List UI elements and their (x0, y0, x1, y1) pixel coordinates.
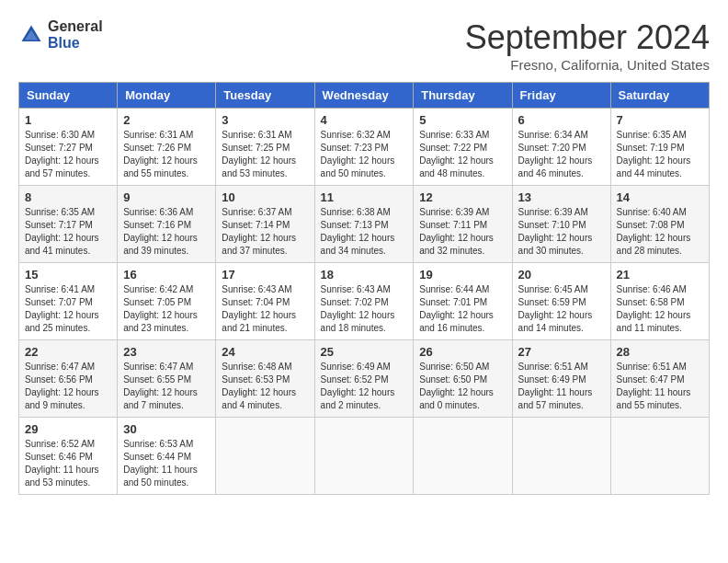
day-number: 30 (123, 422, 210, 436)
calendar-cell (314, 418, 414, 495)
calendar-cell: 4 Sunrise: 6:32 AM Sunset: 7:23 PM Dayli… (314, 109, 414, 186)
day-info: Sunrise: 6:49 AM Sunset: 6:52 PM Dayligh… (321, 361, 408, 412)
calendar-cell: 29 Sunrise: 6:52 AM Sunset: 6:46 PM Dayl… (19, 418, 118, 495)
calendar-cell: 14 Sunrise: 6:40 AM Sunset: 7:08 PM Dayl… (610, 186, 709, 263)
calendar-cell: 6 Sunrise: 6:34 AM Sunset: 7:20 PM Dayli… (512, 109, 610, 186)
day-info: Sunrise: 6:43 AM Sunset: 7:02 PM Dayligh… (321, 283, 408, 335)
day-info: Sunrise: 6:32 AM Sunset: 7:23 PM Dayligh… (321, 129, 408, 180)
day-number: 19 (419, 268, 506, 282)
calendar-cell (610, 418, 709, 495)
day-number: 26 (419, 345, 506, 359)
day-number: 14 (617, 190, 703, 204)
day-info: Sunrise: 6:42 AM Sunset: 7:05 PM Dayligh… (123, 283, 210, 335)
day-number: 17 (222, 268, 308, 282)
day-info: Sunrise: 6:44 AM Sunset: 7:01 PM Dayligh… (419, 283, 506, 335)
day-number: 18 (321, 268, 408, 282)
day-number: 15 (25, 268, 111, 282)
day-info: Sunrise: 6:47 AM Sunset: 6:56 PM Dayligh… (25, 361, 111, 412)
column-header-monday: Monday (118, 83, 216, 109)
calendar-cell (414, 418, 512, 495)
day-info: Sunrise: 6:50 AM Sunset: 6:50 PM Dayligh… (419, 361, 506, 412)
logo-icon (18, 22, 44, 48)
calendar-week-row: 8 Sunrise: 6:35 AM Sunset: 7:17 PM Dayli… (19, 186, 710, 263)
day-number: 22 (25, 345, 111, 359)
calendar-week-row: 15 Sunrise: 6:41 AM Sunset: 7:07 PM Dayl… (19, 263, 710, 340)
calendar-cell: 13 Sunrise: 6:39 AM Sunset: 7:10 PM Dayl… (512, 186, 610, 263)
day-info: Sunrise: 6:46 AM Sunset: 6:58 PM Dayligh… (617, 283, 703, 335)
calendar-cell: 25 Sunrise: 6:49 AM Sunset: 6:52 PM Dayl… (314, 340, 414, 418)
column-header-wednesday: Wednesday (314, 83, 414, 109)
calendar-week-row: 22 Sunrise: 6:47 AM Sunset: 6:56 PM Dayl… (19, 340, 710, 418)
day-number: 7 (617, 113, 703, 127)
calendar-header-row: SundayMondayTuesdayWednesdayThursdayFrid… (19, 83, 710, 109)
day-info: Sunrise: 6:52 AM Sunset: 6:46 PM Dayligh… (25, 438, 111, 489)
page-header: General Blue September 2024 Fresno, Cali… (18, 18, 710, 73)
day-number: 29 (25, 422, 111, 436)
day-number: 9 (123, 190, 210, 204)
column-header-saturday: Saturday (610, 83, 709, 109)
day-number: 25 (321, 345, 408, 359)
day-number: 23 (123, 345, 210, 359)
column-header-friday: Friday (512, 83, 610, 109)
day-info: Sunrise: 6:37 AM Sunset: 7:14 PM Dayligh… (222, 206, 308, 258)
day-info: Sunrise: 6:31 AM Sunset: 7:26 PM Dayligh… (123, 129, 210, 180)
calendar-cell: 17 Sunrise: 6:43 AM Sunset: 7:04 PM Dayl… (216, 263, 314, 340)
calendar-cell: 1 Sunrise: 6:30 AM Sunset: 7:27 PM Dayli… (19, 109, 118, 186)
day-info: Sunrise: 6:39 AM Sunset: 7:10 PM Dayligh… (518, 206, 605, 258)
calendar-cell: 7 Sunrise: 6:35 AM Sunset: 7:19 PM Dayli… (610, 109, 709, 186)
calendar-cell: 20 Sunrise: 6:45 AM Sunset: 6:59 PM Dayl… (512, 263, 610, 340)
day-info: Sunrise: 6:51 AM Sunset: 6:47 PM Dayligh… (617, 361, 703, 412)
logo-text: General Blue (48, 18, 103, 51)
day-info: Sunrise: 6:36 AM Sunset: 7:16 PM Dayligh… (123, 206, 210, 258)
day-info: Sunrise: 6:53 AM Sunset: 6:44 PM Dayligh… (123, 438, 210, 489)
logo-blue: Blue (48, 35, 103, 52)
logo-general: General (48, 18, 103, 35)
calendar-cell: 18 Sunrise: 6:43 AM Sunset: 7:02 PM Dayl… (314, 263, 414, 340)
calendar-cell: 28 Sunrise: 6:51 AM Sunset: 6:47 PM Dayl… (610, 340, 709, 418)
day-info: Sunrise: 6:33 AM Sunset: 7:22 PM Dayligh… (419, 129, 506, 180)
calendar-cell: 23 Sunrise: 6:47 AM Sunset: 6:55 PM Dayl… (118, 340, 216, 418)
day-number: 12 (419, 190, 506, 204)
calendar-cell: 9 Sunrise: 6:36 AM Sunset: 7:16 PM Dayli… (118, 186, 216, 263)
calendar-cell: 30 Sunrise: 6:53 AM Sunset: 6:44 PM Dayl… (118, 418, 216, 495)
day-number: 21 (617, 268, 703, 282)
calendar-cell: 22 Sunrise: 6:47 AM Sunset: 6:56 PM Dayl… (19, 340, 118, 418)
logo: General Blue (18, 18, 103, 51)
day-info: Sunrise: 6:31 AM Sunset: 7:25 PM Dayligh… (222, 129, 308, 180)
day-number: 27 (518, 345, 605, 359)
day-info: Sunrise: 6:47 AM Sunset: 6:55 PM Dayligh… (123, 361, 210, 412)
day-number: 3 (222, 113, 308, 127)
day-info: Sunrise: 6:39 AM Sunset: 7:11 PM Dayligh… (419, 206, 506, 258)
day-info: Sunrise: 6:51 AM Sunset: 6:49 PM Dayligh… (518, 361, 605, 412)
day-info: Sunrise: 6:45 AM Sunset: 6:59 PM Dayligh… (518, 283, 605, 335)
calendar-cell: 27 Sunrise: 6:51 AM Sunset: 6:49 PM Dayl… (512, 340, 610, 418)
day-number: 2 (123, 113, 210, 127)
calendar-cell: 16 Sunrise: 6:42 AM Sunset: 7:05 PM Dayl… (118, 263, 216, 340)
calendar-table: SundayMondayTuesdayWednesdayThursdayFrid… (18, 82, 710, 495)
calendar-cell: 2 Sunrise: 6:31 AM Sunset: 7:26 PM Dayli… (118, 109, 216, 186)
day-number: 1 (25, 113, 111, 127)
day-number: 4 (321, 113, 408, 127)
day-info: Sunrise: 6:41 AM Sunset: 7:07 PM Dayligh… (25, 283, 111, 335)
day-number: 6 (518, 113, 605, 127)
day-info: Sunrise: 6:35 AM Sunset: 7:19 PM Dayligh… (617, 129, 703, 180)
day-info: Sunrise: 6:48 AM Sunset: 6:53 PM Dayligh… (222, 361, 308, 412)
day-info: Sunrise: 6:30 AM Sunset: 7:27 PM Dayligh… (25, 129, 111, 180)
calendar-cell: 5 Sunrise: 6:33 AM Sunset: 7:22 PM Dayli… (414, 109, 512, 186)
calendar-cell: 11 Sunrise: 6:38 AM Sunset: 7:13 PM Dayl… (314, 186, 414, 263)
calendar-week-row: 1 Sunrise: 6:30 AM Sunset: 7:27 PM Dayli… (19, 109, 710, 186)
day-number: 8 (25, 190, 111, 204)
day-number: 5 (419, 113, 506, 127)
title-area: September 2024 Fresno, California, Unite… (465, 18, 710, 73)
calendar-cell: 15 Sunrise: 6:41 AM Sunset: 7:07 PM Dayl… (19, 263, 118, 340)
calendar-cell: 26 Sunrise: 6:50 AM Sunset: 6:50 PM Dayl… (414, 340, 512, 418)
calendar-cell: 21 Sunrise: 6:46 AM Sunset: 6:58 PM Dayl… (610, 263, 709, 340)
calendar-week-row: 29 Sunrise: 6:52 AM Sunset: 6:46 PM Dayl… (19, 418, 710, 495)
calendar-cell: 3 Sunrise: 6:31 AM Sunset: 7:25 PM Dayli… (216, 109, 314, 186)
day-info: Sunrise: 6:35 AM Sunset: 7:17 PM Dayligh… (25, 206, 111, 258)
day-number: 24 (222, 345, 308, 359)
day-info: Sunrise: 6:34 AM Sunset: 7:20 PM Dayligh… (518, 129, 605, 180)
day-number: 13 (518, 190, 605, 204)
day-number: 11 (321, 190, 408, 204)
day-number: 20 (518, 268, 605, 282)
